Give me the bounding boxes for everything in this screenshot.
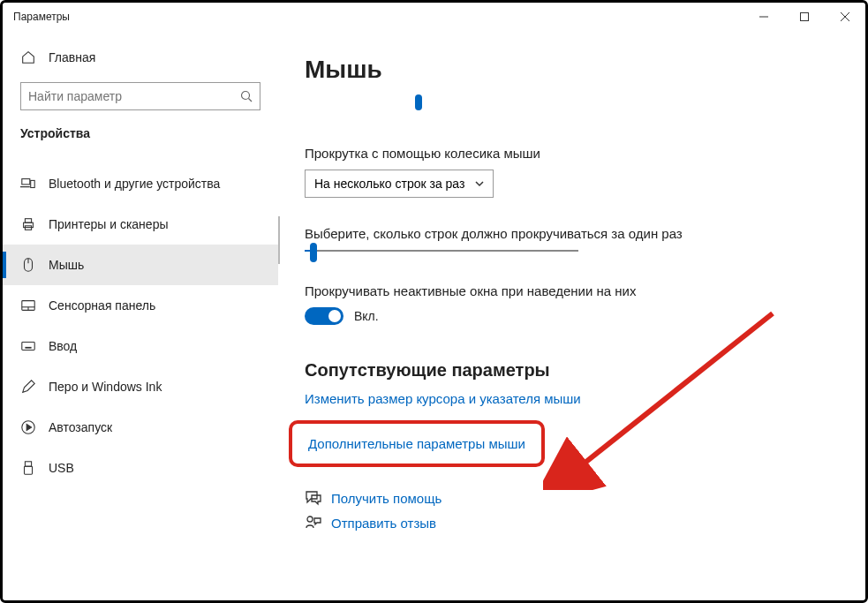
svg-point-26 [307, 516, 313, 522]
titlebar: Параметры [3, 3, 865, 31]
svg-line-5 [249, 99, 253, 102]
svg-rect-24 [25, 462, 31, 466]
inactive-toggle[interactable] [305, 307, 343, 325]
minimize-button[interactable] [743, 3, 784, 31]
touchpad-icon [20, 298, 36, 313]
chat-icon [305, 490, 322, 506]
sidebar-item-touchpad[interactable]: Сенсорная панель [3, 285, 278, 326]
lines-label: Выберите, сколько строк должно прокручив… [305, 226, 841, 241]
annotation-highlight: Дополнительные параметры мыши [289, 420, 545, 467]
related-heading: Сопутствующие параметры [305, 360, 841, 381]
search-box[interactable] [20, 82, 260, 110]
mouse-icon [20, 257, 36, 273]
footer-links: Получить помощь Отправить отзыв [305, 490, 841, 531]
search-container [3, 75, 278, 119]
scrollbar-hint[interactable] [278, 216, 280, 264]
maximize-button[interactable] [784, 3, 825, 31]
svg-rect-1 [801, 13, 809, 21]
printer-icon [20, 216, 36, 232]
sidebar-item-printers[interactable]: Принтеры и сканеры [3, 204, 278, 245]
svg-point-4 [242, 92, 250, 100]
sidebar-item-label: Перо и Windows Ink [49, 380, 162, 394]
sidebar-item-bluetooth[interactable]: Bluetooth и другие устройства [3, 163, 278, 204]
lines-slider[interactable] [305, 250, 578, 252]
close-button[interactable] [825, 3, 865, 31]
cursor-size-link[interactable]: Изменить размер курсора и указателя мыши [305, 391, 841, 406]
home-label: Главная [49, 50, 95, 64]
svg-rect-6 [22, 179, 30, 185]
scroll-mode-select[interactable]: На несколько строк за раз [305, 170, 494, 198]
svg-rect-17 [22, 343, 34, 350]
sidebar-item-label: Автозапуск [49, 420, 112, 434]
advanced-mouse-link[interactable]: Дополнительные параметры мыши [308, 436, 525, 451]
svg-rect-10 [25, 219, 31, 223]
sidebar-item-typing[interactable]: Ввод [3, 326, 278, 366]
chevron-down-icon [475, 179, 484, 188]
slider-thumb[interactable] [310, 243, 317, 262]
sidebar-item-label: Ввод [49, 339, 77, 353]
search-input[interactable] [28, 89, 240, 103]
sidebar-item-pen[interactable]: Перо и Windows Ink [3, 366, 278, 407]
close-icon [841, 12, 849, 21]
page-title: Мышь [305, 56, 841, 84]
settings-window: Параметры Главная [0, 0, 868, 603]
autoplay-icon [20, 419, 36, 435]
keyboard-icon [20, 338, 36, 354]
inactive-windows-label: Прокручивать неактивные окна при наведен… [305, 283, 841, 298]
home-nav[interactable]: Главная [3, 40, 278, 75]
svg-rect-25 [25, 466, 33, 474]
sidebar-item-label: USB [49, 461, 74, 475]
pen-icon [20, 379, 36, 395]
minimize-icon [759, 12, 768, 21]
feedback-link[interactable]: Отправить отзыв [305, 515, 841, 531]
feedback-link-label: Отправить отзыв [331, 516, 436, 531]
sidebar-item-label: Сенсорная панель [49, 298, 155, 313]
slider-thumb-partial[interactable] [415, 94, 422, 110]
sidebar-item-usb[interactable]: USB [3, 448, 278, 488]
sidebar-item-label: Мышь [49, 258, 84, 272]
usb-icon [20, 460, 36, 476]
sidebar-item-label: Bluetooth и другие устройства [49, 177, 220, 191]
inactive-toggle-row: Вкл. [305, 307, 841, 325]
sidebar-item-autoplay[interactable]: Автозапуск [3, 407, 278, 448]
nav-list: Bluetooth и другие устройства Принтеры и… [3, 163, 278, 488]
window-title: Параметры [13, 11, 70, 23]
maximize-icon [800, 12, 809, 21]
scroll-mode-label: Прокрутка с помощью колесика мыши [305, 146, 841, 161]
select-value: На несколько строк за раз [314, 177, 464, 191]
category-heading: Устройства [3, 119, 278, 147]
devices-icon [20, 176, 36, 192]
sidebar-item-mouse[interactable]: Мышь [3, 245, 278, 285]
search-icon [240, 90, 253, 102]
slider-track [305, 250, 578, 252]
get-help-link[interactable]: Получить помощь [305, 490, 841, 506]
feedback-icon [305, 515, 322, 531]
main-content: Мышь Прокрутка с помощью колесика мыши Н… [278, 31, 865, 600]
sidebar: Главная Устройства Bluetooth и другие ус… [3, 31, 278, 600]
svg-rect-7 [31, 180, 35, 187]
help-link-label: Получить помощь [331, 491, 442, 506]
window-body: Главная Устройства Bluetooth и другие ус… [3, 31, 865, 600]
home-icon [20, 49, 36, 65]
toggle-state-label: Вкл. [354, 309, 379, 323]
sidebar-item-label: Принтеры и сканеры [49, 217, 168, 231]
